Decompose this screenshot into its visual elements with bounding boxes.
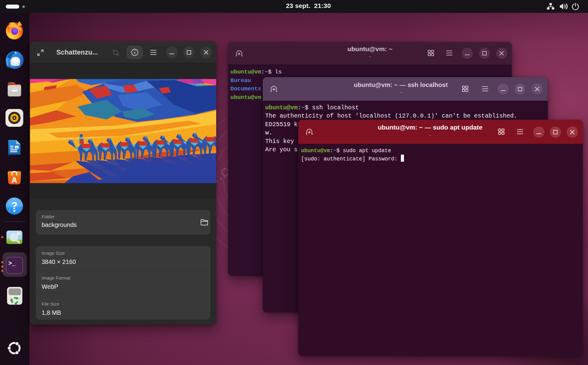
svg-text:>_: >_ (8, 260, 16, 267)
svg-text:A: A (12, 175, 17, 185)
svg-text:?: ? (11, 200, 18, 211)
